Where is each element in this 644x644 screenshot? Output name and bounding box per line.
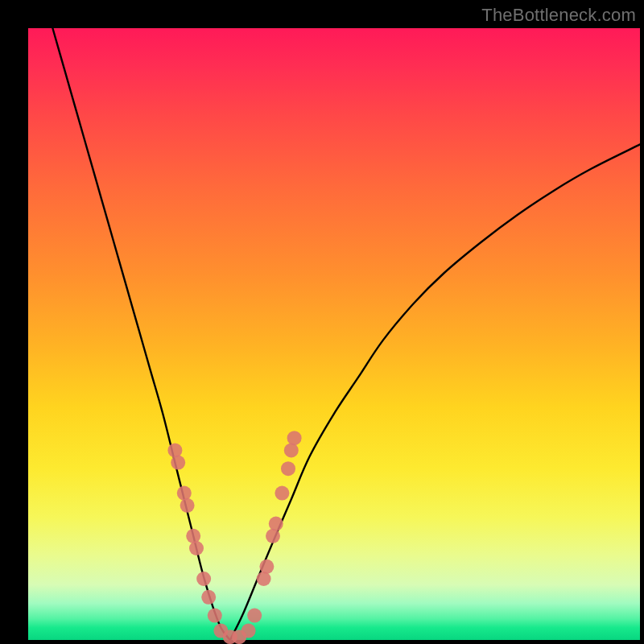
curve-layer [28,28,640,640]
marker-dot [189,541,204,555]
marker-dot [171,456,185,470]
plot-area [28,28,640,640]
chart-frame: TheBottleneck.com [0,0,644,644]
watermark-text: TheBottleneck.com [481,5,636,26]
marker-dot [269,517,283,531]
curve-right [230,144,640,640]
highlight-markers [167,431,301,644]
marker-dot [284,443,299,457]
marker-dot [177,486,192,501]
marker-dot [201,590,216,605]
marker-dot [242,624,256,638]
marker-dot [287,431,302,445]
marker-dot [180,498,195,513]
marker-dot [247,609,262,623]
marker-dot [257,572,271,586]
marker-dot [281,461,295,476]
marker-dot [196,572,211,586]
marker-dot [167,443,182,457]
marker-dot [275,486,289,501]
marker-dot [266,529,280,543]
marker-dot [259,559,274,574]
marker-dot [208,609,222,623]
marker-dot [186,529,200,543]
